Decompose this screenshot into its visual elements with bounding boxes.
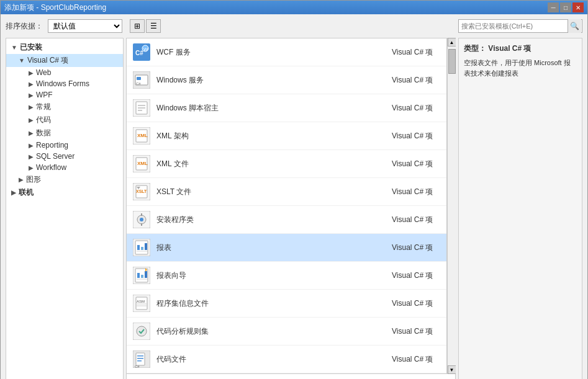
svg-rect-38	[145, 271, 147, 278]
scroll-up-arrow[interactable]: ▲	[448, 38, 456, 47]
svg-rect-37	[141, 275, 143, 278]
svg-text:ASM: ASM	[137, 300, 145, 303]
sidebar-item-general[interactable]: ▶常规	[6, 100, 123, 114]
sidebar-item-windows-forms[interactable]: ▶Windows Forms	[6, 78, 123, 89]
svg-point-47	[137, 326, 147, 336]
template-item-code-file[interactable]: C# 代码文件Visual C# 项	[127, 346, 446, 373]
type-label: 类型：	[464, 44, 486, 53]
template-icon-xml-schema: XML	[132, 126, 152, 146]
right-panel-title: 类型： Visual C# 项	[464, 43, 577, 54]
template-name-code-file: 代码文件	[156, 354, 392, 365]
close-button[interactable]: ✕	[572, 2, 584, 12]
template-item-wcf[interactable]: C# W WCF 服务Visual C# 项	[127, 38, 446, 66]
template-item-xml-file[interactable]: XML XML 文件Visual C# 项	[127, 150, 446, 178]
sidebar-item-visual-csharp[interactable]: ▼Visual C# 项	[6, 54, 123, 67]
sidebar-item-installed[interactable]: ▼已安装	[6, 41, 123, 54]
sidebar-triangle-installed: ▼	[11, 44, 17, 51]
sidebar-label-online: 联机	[19, 187, 34, 198]
template-item-xslt[interactable]: XSLT XSLT 文件Visual C# 项	[127, 178, 446, 206]
right-panel-description: 空报表文件，用于使用 Microsoft 报表技术来创建报表	[464, 58, 577, 78]
sidebar-label-graphics: 图形	[26, 174, 41, 185]
sidebar-item-online[interactable]: ▶联机	[6, 186, 123, 199]
template-name-report: 报表	[156, 243, 392, 253]
template-category-xml-file: Visual C# 项	[392, 159, 441, 169]
sidebar-item-wpf[interactable]: ▶WPF	[6, 89, 123, 100]
sidebar-triangle-web: ▶	[29, 69, 34, 76]
sidebar-label-data: 数据	[36, 128, 51, 138]
template-category-code-analysis: Visual C# 项	[392, 326, 441, 337]
svg-text:W: W	[143, 47, 148, 52]
template-item-xml-schema[interactable]: XML XML 架构Visual C# 项	[127, 122, 446, 150]
search-input[interactable]	[459, 22, 568, 30]
sidebar-triangle-code: ▶	[29, 117, 34, 123]
grid-view-button[interactable]: ⊞	[130, 19, 145, 33]
template-list: C# W WCF 服务Visual C# 项 C# Windows 服务Visu…	[126, 38, 447, 374]
sidebar-label-installed: 已安装	[20, 42, 42, 53]
svg-rect-32	[145, 243, 147, 250]
title-bar: 添加新项 - SportClubReporting ─ □ ✕	[1, 1, 587, 14]
template-item-code-analysis[interactable]: 代码分析规则集Visual C# 项	[127, 318, 446, 346]
template-category-windows-script-host: Visual C# 项	[392, 103, 441, 114]
top-bar: 排序依据： 默认值 ⊞ ☰ 🔍	[6, 19, 582, 33]
bottom-link[interactable]: 单击此处以联机并查找模板。	[126, 374, 456, 379]
sidebar-triangle-online: ▶	[11, 189, 16, 196]
template-name-windows-service: Windows 服务	[156, 75, 392, 86]
sidebar-triangle-general: ▶	[29, 104, 34, 110]
template-icon-code-file: C#	[132, 349, 152, 369]
sidebar-item-code[interactable]: ▶代码	[6, 114, 123, 127]
template-item-windows-service[interactable]: C# Windows 服务Visual C# 项	[127, 66, 446, 94]
template-icon-windows-service: C#	[132, 70, 152, 90]
list-view-button[interactable]: ☰	[146, 19, 161, 33]
view-icons: ⊞ ☰	[130, 19, 161, 33]
sort-label: 排序依据：	[6, 21, 43, 32]
template-item-setup[interactable]: 安装程序类Visual C# 项	[127, 206, 446, 234]
sidebar-label-windows-forms: Windows Forms	[36, 79, 89, 88]
maximize-button[interactable]: □	[560, 2, 571, 12]
sidebar-label-code: 代码	[36, 115, 51, 125]
sidebar-label-sql-server: SQL Server	[36, 152, 75, 161]
sidebar: ▼已安装▼Visual C# 项▶Web▶Windows Forms▶WPF▶常…	[6, 38, 124, 379]
minimize-button[interactable]: ─	[548, 2, 559, 12]
sidebar-label-workflow: Workflow	[36, 163, 66, 172]
sidebar-label-reporting: Reporting	[36, 141, 68, 149]
template-category-wcf: Visual C# 项	[392, 47, 441, 58]
sidebar-item-web[interactable]: ▶Web	[6, 67, 123, 78]
sidebar-item-workflow[interactable]: ▶Workflow	[6, 162, 123, 173]
scroll-down-arrow[interactable]: ▼	[448, 365, 456, 374]
template-item-report-wizard[interactable]: 报表向导Visual C# 项	[127, 262, 446, 290]
search-icon[interactable]: 🔍	[568, 19, 581, 33]
sidebar-triangle-sql-server: ▶	[29, 153, 34, 160]
svg-text:XML: XML	[137, 133, 148, 138]
template-icon-xml-file: XML	[132, 154, 152, 174]
template-item-report[interactable]: 报表Visual C# 项	[127, 234, 446, 262]
template-category-report: Visual C# 项	[392, 243, 441, 253]
template-icon-setup	[132, 210, 152, 230]
svg-text:C#: C#	[135, 365, 140, 368]
sidebar-triangle-data: ▶	[29, 130, 34, 136]
svg-rect-6	[137, 77, 141, 80]
sort-select[interactable]: 默认值	[48, 19, 122, 33]
svg-rect-30	[137, 245, 140, 250]
template-icon-wcf: C# W	[132, 42, 152, 62]
sidebar-triangle-windows-forms: ▶	[29, 81, 34, 87]
svg-rect-42	[136, 297, 147, 310]
template-item-assembly-info[interactable]: ASM 程序集信息文件Visual C# 项	[127, 290, 446, 318]
svg-rect-26	[141, 213, 142, 216]
sidebar-triangle-reporting: ▶	[29, 142, 34, 149]
sidebar-triangle-workflow: ▶	[29, 164, 34, 171]
template-item-windows-script-host[interactable]: Windows 脚本宿主Visual C# 项	[127, 94, 446, 122]
svg-rect-53	[137, 360, 142, 362]
sidebar-item-data[interactable]: ▶数据	[6, 127, 123, 140]
sidebar-item-reporting[interactable]: ▶Reporting	[6, 140, 123, 151]
sidebar-triangle-wpf: ▶	[29, 92, 34, 99]
sidebar-triangle-visual-csharp: ▼	[19, 57, 25, 64]
sidebar-item-graphics[interactable]: ▶图形	[6, 173, 123, 186]
template-category-windows-service: Visual C# 项	[392, 75, 441, 86]
list-with-scroll: C# W WCF 服务Visual C# 项 C# Windows 服务Visu…	[126, 38, 456, 374]
sidebar-item-sql-server[interactable]: ▶SQL Server	[6, 151, 123, 162]
main-area: ▼已安装▼Visual C# 项▶Web▶Windows Forms▶WPF▶常…	[6, 38, 582, 379]
sidebar-triangle-graphics: ▶	[19, 176, 24, 183]
template-name-report-wizard: 报表向导	[156, 270, 392, 281]
scroll-thumb[interactable]	[448, 49, 456, 74]
vertical-scrollbar[interactable]: ▲ ▼	[447, 38, 456, 374]
